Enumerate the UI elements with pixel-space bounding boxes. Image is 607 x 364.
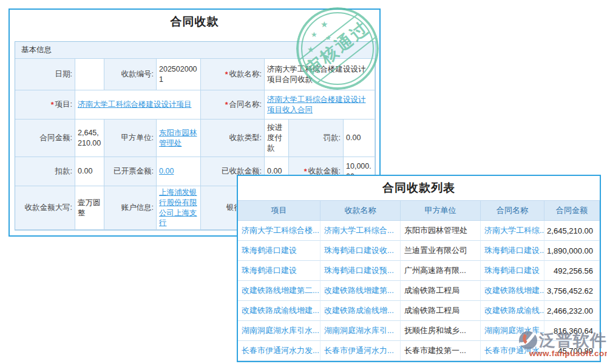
cell-party-a: 成渝铁路工程局 [401, 301, 481, 321]
cell-contract-name-link[interactable]: 珠海鹤港口建设... [481, 241, 544, 261]
cell-receipt-name-link[interactable]: 济南大学工科综合... [320, 221, 401, 241]
amount-words-value: 壹万圆整 [75, 186, 104, 230]
receipt-no-value: 2025020001 [157, 59, 201, 90]
table-row[interactable]: 改建铁路成渝线增建... 改建铁路成渝线增... 成渝铁路工程局 改建铁路成渝线… [238, 301, 600, 321]
cell-project-link[interactable]: 长春市伊通河水力发... [238, 341, 320, 361]
cell-receipt-name-link[interactable]: 珠海鹤港口建设预... [320, 261, 401, 281]
cell-receipt-name-link[interactable]: 改建铁路成渝线增... [320, 301, 401, 321]
cell-party-a: 成渝铁路工程局 [401, 281, 481, 301]
invoiced-amount-link[interactable]: 0.00 [159, 166, 174, 177]
col-header-party-a[interactable]: 甲方单位 [401, 200, 481, 221]
date-value[interactable] [75, 59, 104, 90]
contract-name-label: *合同名称: [201, 90, 265, 120]
account-label: 账户信息: [104, 186, 157, 230]
fine-label: 罚款: [289, 120, 344, 157]
cell-contract-name-link[interactable]: 湖南洞庭湖水库... [481, 321, 544, 341]
cell-party-a: 抚顺住房和城乡... [401, 321, 481, 341]
contract-name-value: 济南大学工科综合楼建设设计项目收入合同 [265, 90, 375, 120]
deduction-value: 0.00 [75, 157, 104, 186]
cell-contract-amount: 3,756,452.62 [544, 281, 600, 301]
cell-contract-amount: 816,360.64 [544, 321, 600, 341]
cell-receipt-name-link[interactable]: 湖南洞庭湖水库引... [320, 321, 401, 341]
deduction-label: 扣款: [15, 157, 75, 186]
amount-words-label: 收款金额大写: [15, 186, 75, 230]
cell-project-link[interactable]: 济南大学工科综合楼... [238, 221, 320, 241]
cell-project-link[interactable]: 珠海鹤港口建设 [238, 241, 320, 261]
cell-contract-name-link[interactable]: 改建铁路线增建... [481, 281, 544, 301]
project-label: *项目: [15, 90, 75, 120]
col-header-project[interactable]: 项目 [238, 200, 320, 221]
table-row[interactable]: 济南大学工科综合楼... 济南大学工科综合... 东阳市园林管理处 济南大学工科… [238, 221, 600, 241]
cell-contract-name-link[interactable]: 珠海鹤港口建设 [481, 261, 544, 281]
receipt-type-value: 按进度付款 [265, 120, 289, 157]
cell-contract-name-link[interactable]: 长春市伊通河水... [481, 341, 544, 361]
date-label: 日期: [15, 59, 75, 90]
basic-info-header: 基本信息 [15, 42, 375, 59]
cell-contract-amount: 492,256.56 [544, 261, 600, 281]
table-row[interactable]: 珠海鹤港口建设 珠海鹤港口建设收... 兰迪置业有限公司 珠海鹤港口建设... … [238, 241, 600, 261]
col-header-receipt-name[interactable]: 收款名称 [320, 200, 401, 221]
cell-contract-amount: 2,645,210.00 [544, 221, 600, 241]
contract-name-link[interactable]: 济南大学工科综合楼建设设计项目收入合同 [267, 95, 372, 115]
invoiced-value: 0.00 [157, 157, 201, 186]
contract-amount-value: 2,645,210.00 [75, 120, 104, 157]
cell-contract-amount: 45,700.89 [544, 341, 600, 361]
cell-contract-name-link[interactable]: 改建铁路成渝线... [481, 301, 544, 321]
list-title: 合同收款列表 [238, 176, 600, 200]
party-a-link[interactable]: 东阳市园林管理处 [159, 128, 198, 149]
col-header-contract-amount[interactable]: 合同金额 [544, 200, 600, 221]
contract-receipt-list-window: 合同收款列表 项目 收款名称 甲方单位 合同名称 合同金额 济南大学工科综合楼.… [237, 175, 601, 362]
contract-amount-label: 合同金额: [15, 120, 75, 157]
receipt-name-value: 济南大学工科综合楼建设设计项目合同收款 [265, 59, 375, 90]
table-row[interactable]: 湖南洞庭湖水库引水... 湖南洞庭湖水库引... 抚顺住房和城乡... 湖南洞庭… [238, 321, 600, 341]
cell-party-a: 兰迪置业有限公司 [401, 241, 481, 261]
party-a-value: 东阳市园林管理处 [157, 120, 201, 157]
table-row[interactable]: 长春市伊通河水力发... 长春市伊通河水力... 长春市建投第一... 长春市伊… [238, 341, 600, 361]
cell-project-link[interactable]: 改建铁路线增建第二... [238, 281, 320, 301]
cell-project-link[interactable]: 珠海鹤港口建设 [238, 261, 320, 281]
account-bank-link[interactable]: 上海浦发银行股份有限公司上海支行 [159, 187, 198, 229]
cell-project-link[interactable]: 改建铁路成渝线增建... [238, 301, 320, 321]
party-a-label: 甲方单位: [104, 120, 157, 157]
form-title: 合同收款 [10, 10, 379, 34]
table-row[interactable]: 珠海鹤港口建设 珠海鹤港口建设预... 广州高速路有限... 珠海鹤港口建设 4… [238, 261, 600, 281]
invoiced-label: 已开票金额: [104, 157, 157, 186]
list-header-row: 项目 收款名称 甲方单位 合同名称 合同金额 [238, 200, 600, 221]
cell-receipt-name-link[interactable]: 改建铁路线增建第... [320, 281, 401, 301]
receipt-type-label: 收款类型: [201, 120, 265, 157]
cell-party-a: 广州高速路有限... [401, 261, 481, 281]
receipt-no-label: 收款编号: [104, 59, 157, 90]
fine-value: 0.00 [344, 120, 375, 157]
cell-contract-amount: 2,466,232.00 [544, 301, 600, 321]
required-mark: * [225, 101, 228, 109]
cell-party-a: 长春市建投第一... [401, 341, 481, 361]
cell-receipt-name-link[interactable]: 长春市伊通河水力... [320, 341, 401, 361]
cell-receipt-name-link[interactable]: 珠海鹤港口建设收... [320, 241, 401, 261]
cell-contract-name-link[interactable]: 济南大学工科综... [481, 221, 544, 241]
receipt-name-label: *收款名称: [201, 59, 265, 90]
cell-project-link[interactable]: 湖南洞庭湖水库引水... [238, 321, 320, 341]
project-value: 济南大学工科综合楼建设设计项目 [75, 90, 201, 120]
project-link[interactable]: 济南大学工科综合楼建设设计项目 [78, 99, 192, 110]
account-value: 上海浦发银行股份有限公司上海支行 [157, 186, 201, 230]
cell-party-a: 东阳市园林管理处 [401, 221, 481, 241]
required-mark: * [225, 70, 228, 79]
col-header-contract-name[interactable]: 合同名称 [481, 200, 544, 221]
table-row[interactable]: 改建铁路线增建第二... 改建铁路线增建第... 成渝铁路工程局 改建铁路线增建… [238, 281, 600, 301]
required-mark: * [51, 101, 54, 109]
cell-contract-amount: 1,890,000.00 [544, 241, 600, 261]
